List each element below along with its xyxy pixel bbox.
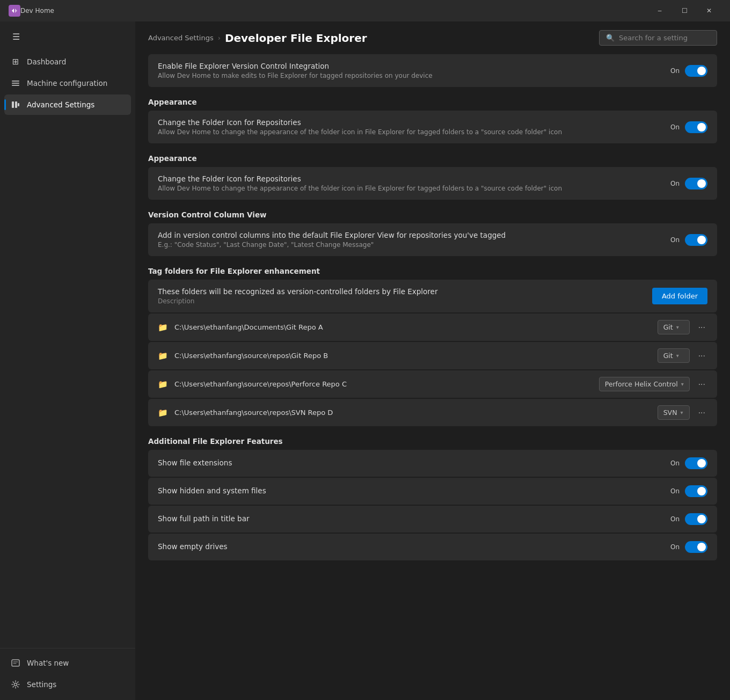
feature-card-2: Show full path in title bar On [148,506,717,533]
sidebar-item-settings[interactable]: Settings [4,674,131,695]
main-header: Advanced Settings › Developer File Explo… [135,21,730,54]
vcs-dropdown[interactable]: Git ▾ [658,320,690,334]
feature-card-3: Show empty drives On [148,534,717,560]
hamburger-icon: ☰ [12,32,20,42]
breadcrumb: Advanced Settings › Developer File Explo… [148,32,590,45]
toggle-switch[interactable] [685,457,707,469]
card-control: On [670,485,707,497]
card-info: Show full path in title bar [158,514,662,524]
settings-icon [11,680,20,689]
folder-path: C:\Users\ethanfang\Documents\Git Repo A [174,323,651,331]
toggle-label: On [670,123,680,131]
breadcrumb-parent[interactable]: Advanced Settings [148,34,214,42]
vcs-dropdown[interactable]: Git ▾ [658,348,690,363]
card-control: On [670,541,707,553]
dropdown-arrow-icon: ▾ [676,353,679,359]
svg-rect-0 [9,5,20,17]
card-info: Add in version control columns into the … [158,231,662,249]
card-info: Show empty drives [158,542,662,552]
appearance-1-header: Appearance [148,98,717,106]
more-options-button[interactable]: ··· [696,406,707,420]
toggle-switch[interactable] [685,178,707,189]
card-title: Show empty drives [158,542,662,551]
card-title: Show full path in title bar [158,514,662,523]
card-control: On [670,65,707,77]
tag-folders-header: Tag folders for File Explorer enhancemen… [148,267,717,275]
search-icon: 🔍 [606,34,615,42]
toggle-switch[interactable] [685,65,707,77]
card-title: Change the Folder Icon for Repositories [158,118,662,127]
sidebar-item-label: Advanced Settings [27,100,94,109]
feature-card-0: Show file extensions On [148,450,717,477]
app-body: ☰ ⊞ Dashboard Machine configuration [0,21,730,700]
card-desc: Allow Dev Home to change the appearance … [158,128,662,136]
app-logo [9,5,20,17]
toggle-switch[interactable] [685,485,707,497]
toggle-switch[interactable] [685,541,707,553]
add-folder-button[interactable]: Add folder [652,288,707,304]
tag-folders-desc: Description [158,297,644,305]
folder-path: C:\Users\ethanfang\source\repos\Perforce… [174,380,593,388]
more-options-button[interactable]: ··· [696,349,707,363]
more-options-button[interactable]: ··· [696,320,707,334]
sidebar-item-machine-configuration[interactable]: Machine configuration [4,73,131,93]
search-input[interactable] [619,34,710,42]
toggle-label: On [670,236,680,244]
tag-folders-title: These folders will be recognized as vers… [158,287,644,296]
tag-folders-card: These folders will be recognized as vers… [148,280,717,312]
sidebar-item-whats-new[interactable]: What's new [4,653,131,673]
toggle-switch[interactable] [685,234,707,246]
appearance-1-card: Change the Folder Icon for Repositories … [148,111,717,143]
minimize-button[interactable]: – [647,2,672,19]
vcs-dropdown[interactable]: SVN ▾ [658,405,690,420]
card-info: Change the Folder Icon for Repositories … [158,118,662,136]
svg-rect-1 [12,81,19,82]
dropdown-arrow-icon: ▾ [681,381,684,387]
card-info: Show hidden and system files [158,486,662,497]
card-title: Show file extensions [158,458,662,467]
close-button[interactable]: ✕ [697,2,721,19]
toggle-label: On [670,180,680,187]
sidebar-item-advanced-settings[interactable]: Advanced Settings [4,94,131,115]
card-title: Enable File Explorer Version Control Int… [158,62,662,70]
folder-row: 📁 C:\Users\ethanfang\Documents\Git Repo … [148,313,717,341]
card-desc: Allow Dev Home to make edits to File Exp… [158,72,662,79]
folder-path: C:\Users\ethanfang\source\repos\SVN Repo… [174,409,651,417]
sidebar-nav: ⊞ Dashboard Machine configuration [0,49,135,648]
more-options-button[interactable]: ··· [696,377,707,391]
sidebar-item-dashboard[interactable]: ⊞ Dashboard [4,52,131,72]
sidebar-item-label: Dashboard [27,57,66,66]
folder-icon: 📁 [158,351,168,361]
vcs-dropdown-wide[interactable]: Perforce Helix Control ▾ [599,377,690,391]
menu-button[interactable]: ☰ [4,26,28,47]
version-control-header: Version Control Column View [148,210,717,219]
window-controls: – ☐ ✕ [647,2,721,19]
whats-new-icon [11,658,20,668]
machine-config-icon [11,78,20,88]
sidebar-bottom: What's new Settings [0,648,135,700]
svg-rect-7 [12,660,19,666]
search-box[interactable]: 🔍 [599,30,717,46]
file-explorer-integration-card: Enable File Explorer Version Control Int… [148,54,717,87]
dropdown-arrow-icon: ▾ [681,410,683,415]
vcs-value: Git [663,323,673,331]
tag-folders-info: These folders will be recognized as vers… [158,287,644,305]
sidebar-item-label: Settings [27,680,56,689]
version-control-card: Add in version control columns into the … [148,223,717,256]
toggle-label: On [670,543,680,551]
svg-rect-2 [12,83,19,84]
folder-icon: 📁 [158,380,168,389]
sidebar-item-label: Machine configuration [27,79,107,88]
breadcrumb-current: Developer File Explorer [225,32,367,45]
svg-rect-3 [12,85,19,86]
toggle-switch[interactable] [685,121,707,133]
toggle-label: On [670,460,680,467]
appearance-2-card: Change the Folder Icon for Repositories … [148,167,717,200]
card-info: Change the Folder Icon for Repositories … [158,174,662,192]
card-title: Add in version control columns into the … [158,231,662,239]
svg-rect-4 [12,101,14,108]
toggle-switch[interactable] [685,513,707,525]
card-control: On [670,234,707,246]
maximize-button[interactable]: ☐ [672,2,697,19]
feature-card-1: Show hidden and system files On [148,478,717,505]
